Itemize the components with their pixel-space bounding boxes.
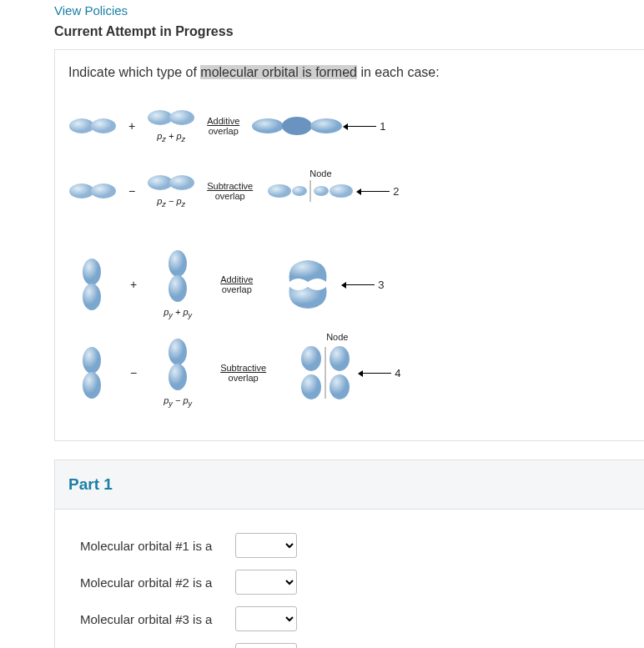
op-4: − xyxy=(110,366,157,379)
formula-3: py + py xyxy=(164,307,192,319)
svg-point-21 xyxy=(83,372,101,399)
question-panel: Indicate which type of molecular orbital… xyxy=(54,49,644,441)
svg-point-18 xyxy=(169,250,187,277)
arrow-4: Subtractive overlap xyxy=(215,363,271,383)
svg-point-8 xyxy=(91,183,116,198)
svg-point-6 xyxy=(310,118,342,133)
svg-point-19 xyxy=(169,275,187,302)
q-highlight: molecular orbital is formed xyxy=(200,65,357,79)
svg-point-10 xyxy=(169,175,194,190)
attempt-title: Current Attempt in Progress xyxy=(54,24,644,49)
orbital-pz-right-icon xyxy=(147,108,195,128)
mo2-select[interactable] xyxy=(235,570,297,595)
svg-point-1 xyxy=(91,118,116,133)
diagrams: + pz + pz Additive overlap 1 xyxy=(68,100,631,410)
num-1: 1 xyxy=(380,120,385,133)
svg-point-22 xyxy=(169,339,187,365)
svg-point-5 xyxy=(282,117,312,135)
svg-point-25 xyxy=(301,374,321,399)
orbital-py-right-icon xyxy=(166,249,189,304)
svg-point-7 xyxy=(69,183,94,198)
formula-1: pz + pz xyxy=(157,131,185,143)
arrow-1: Additive overlap xyxy=(202,116,244,136)
node-label-2: Node xyxy=(309,168,331,178)
mo3-select[interactable] xyxy=(235,606,297,631)
diagram-row-3: + py + py Additive overlap 3 xyxy=(68,247,631,322)
node-label-4: Node xyxy=(326,332,348,342)
part1-header: Part 1 xyxy=(55,460,644,510)
view-policies-link[interactable]: View Policies xyxy=(54,0,644,24)
orbital-py-left-icon xyxy=(80,257,103,312)
formula-2: pz − pz xyxy=(157,196,185,208)
svg-point-4 xyxy=(252,118,284,133)
num-3: 3 xyxy=(378,279,384,291)
sigma-bonding-icon xyxy=(251,116,343,136)
part1-panel: Part 1 Molecular orbital #1 is a Molecul… xyxy=(54,460,644,648)
arrow-2: Subtractive overlap xyxy=(202,181,258,201)
num-4: 4 xyxy=(395,367,400,379)
part1-title: Part 1 xyxy=(68,475,631,494)
diagram-row-1: + pz + pz Additive overlap 1 xyxy=(68,100,631,152)
orbital-pz-left-icon xyxy=(68,116,117,136)
svg-point-17 xyxy=(83,284,101,310)
mo1-select[interactable] xyxy=(235,533,297,558)
formula-4: py − py xyxy=(164,395,192,408)
q-prefix: Indicate which type of xyxy=(68,65,200,79)
orbital-py-left2-icon xyxy=(80,345,103,400)
part1-form: Molecular orbital #1 is a Molecular orbi… xyxy=(55,510,644,648)
q-suffix: in each case: xyxy=(357,65,440,79)
svg-point-28 xyxy=(330,374,350,399)
svg-point-11 xyxy=(268,184,291,198)
svg-point-24 xyxy=(301,346,321,371)
svg-point-15 xyxy=(330,184,353,198)
mo1-label: Molecular orbital #1 is a xyxy=(80,539,227,553)
pi-bonding-icon xyxy=(283,257,333,312)
svg-point-9 xyxy=(148,175,173,190)
op-1: + xyxy=(123,119,140,133)
svg-point-20 xyxy=(83,347,101,374)
svg-point-12 xyxy=(292,186,307,196)
pi-antibonding-icon xyxy=(296,345,355,400)
op-3: + xyxy=(110,278,157,291)
svg-point-3 xyxy=(169,110,194,125)
svg-point-27 xyxy=(330,346,350,371)
mo3-label: Molecular orbital #3 is a xyxy=(80,612,227,626)
op-2: − xyxy=(123,184,140,198)
orbital-py-right2-icon xyxy=(166,337,189,392)
sigma-antibonding-icon xyxy=(264,180,356,202)
orbital-pz-right2-icon xyxy=(147,173,195,193)
mo4-select[interactable] xyxy=(235,643,297,648)
question-text: Indicate which type of molecular orbital… xyxy=(68,65,631,80)
svg-point-2 xyxy=(148,110,173,125)
svg-point-14 xyxy=(314,186,329,196)
mo2-label: Molecular orbital #2 is a xyxy=(80,575,227,590)
num-2: 2 xyxy=(393,185,399,198)
diagram-row-2: − pz − pz Subtractive overlap N xyxy=(68,165,631,217)
svg-point-16 xyxy=(83,259,101,285)
diagram-row-4: − py − py Subtractive overlap xyxy=(68,335,631,410)
svg-point-23 xyxy=(169,364,187,390)
orbital-pz-left2-icon xyxy=(68,181,117,201)
arrow-3: Additive overlap xyxy=(215,274,258,294)
svg-point-0 xyxy=(69,118,94,133)
